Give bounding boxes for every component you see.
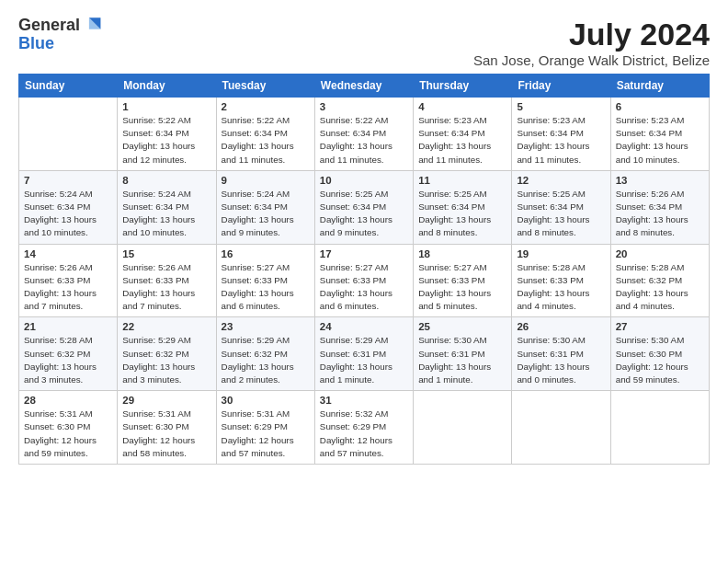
day-cell: 25Sunrise: 5:30 AM Sunset: 6:31 PM Dayli…	[414, 317, 512, 391]
day-cell: 15Sunrise: 5:26 AM Sunset: 6:33 PM Dayli…	[118, 244, 216, 317]
day-cell: 12Sunrise: 5:25 AM Sunset: 6:34 PM Dayli…	[512, 170, 610, 244]
day-cell: 8Sunrise: 5:24 AM Sunset: 6:34 PM Daylig…	[118, 170, 216, 244]
day-cell: 28Sunrise: 5:31 AM Sunset: 6:30 PM Dayli…	[19, 391, 118, 465]
day-number: 10	[320, 175, 408, 186]
day-cell: 1Sunrise: 5:22 AM Sunset: 6:34 PM Daylig…	[118, 98, 216, 171]
day-info: Sunrise: 5:26 AM Sunset: 6:33 PM Dayligh…	[24, 261, 112, 314]
day-number: 21	[24, 321, 112, 332]
day-info: Sunrise: 5:24 AM Sunset: 6:34 PM Dayligh…	[122, 188, 210, 240]
day-info: Sunrise: 5:22 AM Sunset: 6:34 PM Dayligh…	[222, 114, 310, 167]
header-cell-wednesday: Wednesday	[314, 75, 413, 98]
day-cell: 18Sunrise: 5:27 AM Sunset: 6:33 PM Dayli…	[414, 244, 512, 317]
day-info: Sunrise: 5:28 AM Sunset: 6:32 PM Dayligh…	[24, 334, 112, 386]
day-info: Sunrise: 5:29 AM Sunset: 6:31 PM Dayligh…	[320, 334, 408, 386]
day-cell: 5Sunrise: 5:23 AM Sunset: 6:34 PM Daylig…	[512, 98, 610, 171]
day-info: Sunrise: 5:29 AM Sunset: 6:32 PM Dayligh…	[222, 334, 310, 386]
day-number: 2	[222, 101, 310, 112]
day-cell: 26Sunrise: 5:30 AM Sunset: 6:31 PM Dayli…	[512, 317, 610, 391]
day-info: Sunrise: 5:31 AM Sunset: 6:30 PM Dayligh…	[24, 408, 112, 460]
day-cell: 4Sunrise: 5:23 AM Sunset: 6:34 PM Daylig…	[414, 98, 512, 171]
day-number: 30	[222, 395, 310, 406]
day-info: Sunrise: 5:23 AM Sunset: 6:34 PM Dayligh…	[517, 114, 605, 167]
day-number: 25	[418, 321, 506, 332]
page: General Blue July 2024 San Jose, Orange …	[0, 0, 728, 563]
header-cell-saturday: Saturday	[610, 75, 709, 98]
day-cell	[414, 391, 512, 465]
day-number: 17	[320, 248, 408, 259]
day-cell: 21Sunrise: 5:28 AM Sunset: 6:32 PM Dayli…	[19, 317, 118, 391]
week-row-5: 28Sunrise: 5:31 AM Sunset: 6:30 PM Dayli…	[19, 391, 710, 465]
day-info: Sunrise: 5:25 AM Sunset: 6:34 PM Dayligh…	[418, 188, 506, 240]
day-info: Sunrise: 5:29 AM Sunset: 6:32 PM Dayligh…	[122, 334, 210, 386]
week-row-2: 7Sunrise: 5:24 AM Sunset: 6:34 PM Daylig…	[19, 170, 710, 244]
logo: General Blue	[18, 17, 102, 53]
day-info: Sunrise: 5:28 AM Sunset: 6:32 PM Dayligh…	[616, 261, 704, 314]
day-cell: 9Sunrise: 5:24 AM Sunset: 6:34 PM Daylig…	[216, 170, 314, 244]
week-row-1: 1Sunrise: 5:22 AM Sunset: 6:34 PM Daylig…	[19, 98, 710, 171]
day-info: Sunrise: 5:23 AM Sunset: 6:34 PM Dayligh…	[616, 114, 704, 167]
day-cell: 23Sunrise: 5:29 AM Sunset: 6:32 PM Dayli…	[216, 317, 314, 391]
day-number: 31	[320, 395, 408, 406]
day-number: 28	[24, 395, 112, 406]
day-cell: 6Sunrise: 5:23 AM Sunset: 6:34 PM Daylig…	[610, 98, 709, 171]
logo-blue-text: Blue	[18, 35, 102, 53]
location-text: San Jose, Orange Walk District, Belize	[473, 52, 710, 68]
day-number: 5	[517, 101, 605, 112]
day-number: 15	[122, 248, 210, 259]
day-cell: 16Sunrise: 5:27 AM Sunset: 6:33 PM Dayli…	[216, 244, 314, 317]
day-info: Sunrise: 5:23 AM Sunset: 6:34 PM Dayligh…	[418, 114, 506, 167]
day-info: Sunrise: 5:24 AM Sunset: 6:34 PM Dayligh…	[222, 188, 310, 240]
day-number: 29	[122, 395, 210, 406]
day-number: 11	[418, 175, 506, 186]
day-cell: 7Sunrise: 5:24 AM Sunset: 6:34 PM Daylig…	[19, 170, 118, 244]
header: General Blue July 2024 San Jose, Orange …	[18, 17, 710, 68]
day-info: Sunrise: 5:32 AM Sunset: 6:29 PM Dayligh…	[320, 408, 408, 460]
day-info: Sunrise: 5:31 AM Sunset: 6:30 PM Dayligh…	[122, 408, 210, 460]
day-cell: 13Sunrise: 5:26 AM Sunset: 6:34 PM Dayli…	[610, 170, 709, 244]
day-cell: 29Sunrise: 5:31 AM Sunset: 6:30 PM Dayli…	[118, 391, 216, 465]
day-cell	[19, 98, 118, 171]
day-number: 12	[517, 175, 605, 186]
logo-general-text: General	[18, 17, 80, 35]
header-cell-tuesday: Tuesday	[216, 75, 314, 98]
day-info: Sunrise: 5:30 AM Sunset: 6:31 PM Dayligh…	[418, 334, 506, 386]
day-cell: 19Sunrise: 5:28 AM Sunset: 6:33 PM Dayli…	[512, 244, 610, 317]
day-number: 22	[122, 321, 210, 332]
day-cell: 31Sunrise: 5:32 AM Sunset: 6:29 PM Dayli…	[314, 391, 413, 465]
header-cell-sunday: Sunday	[19, 75, 118, 98]
day-number: 7	[24, 175, 112, 186]
day-number: 9	[222, 175, 310, 186]
title-block: July 2024 San Jose, Orange Walk District…	[473, 17, 710, 68]
day-cell: 2Sunrise: 5:22 AM Sunset: 6:34 PM Daylig…	[216, 98, 314, 171]
day-cell: 30Sunrise: 5:31 AM Sunset: 6:29 PM Dayli…	[216, 391, 314, 465]
day-info: Sunrise: 5:26 AM Sunset: 6:33 PM Dayligh…	[122, 261, 210, 314]
day-number: 13	[616, 175, 704, 186]
day-number: 6	[616, 101, 704, 112]
day-number: 4	[418, 101, 506, 112]
day-number: 27	[616, 321, 704, 332]
day-info: Sunrise: 5:22 AM Sunset: 6:34 PM Dayligh…	[122, 114, 210, 167]
day-info: Sunrise: 5:28 AM Sunset: 6:33 PM Dayligh…	[517, 261, 605, 314]
day-number: 3	[320, 101, 408, 112]
day-cell: 27Sunrise: 5:30 AM Sunset: 6:30 PM Dayli…	[610, 317, 709, 391]
day-info: Sunrise: 5:30 AM Sunset: 6:30 PM Dayligh…	[616, 334, 704, 386]
day-cell: 17Sunrise: 5:27 AM Sunset: 6:33 PM Dayli…	[314, 244, 413, 317]
day-cell: 3Sunrise: 5:22 AM Sunset: 6:34 PM Daylig…	[314, 98, 413, 171]
day-info: Sunrise: 5:27 AM Sunset: 6:33 PM Dayligh…	[418, 261, 506, 314]
day-number: 18	[418, 248, 506, 259]
day-info: Sunrise: 5:27 AM Sunset: 6:33 PM Dayligh…	[320, 261, 408, 314]
logo-icon	[82, 15, 102, 35]
day-info: Sunrise: 5:27 AM Sunset: 6:33 PM Dayligh…	[222, 261, 310, 314]
day-info: Sunrise: 5:24 AM Sunset: 6:34 PM Dayligh…	[24, 188, 112, 240]
day-number: 23	[222, 321, 310, 332]
day-cell: 20Sunrise: 5:28 AM Sunset: 6:32 PM Dayli…	[610, 244, 709, 317]
week-row-3: 14Sunrise: 5:26 AM Sunset: 6:33 PM Dayli…	[19, 244, 710, 317]
day-cell	[512, 391, 610, 465]
day-cell: 22Sunrise: 5:29 AM Sunset: 6:32 PM Dayli…	[118, 317, 216, 391]
day-cell: 11Sunrise: 5:25 AM Sunset: 6:34 PM Dayli…	[414, 170, 512, 244]
day-number: 14	[24, 248, 112, 259]
day-number: 1	[122, 101, 210, 112]
day-info: Sunrise: 5:31 AM Sunset: 6:29 PM Dayligh…	[222, 408, 310, 460]
header-cell-monday: Monday	[118, 75, 216, 98]
month-year-title: July 2024	[473, 17, 710, 52]
